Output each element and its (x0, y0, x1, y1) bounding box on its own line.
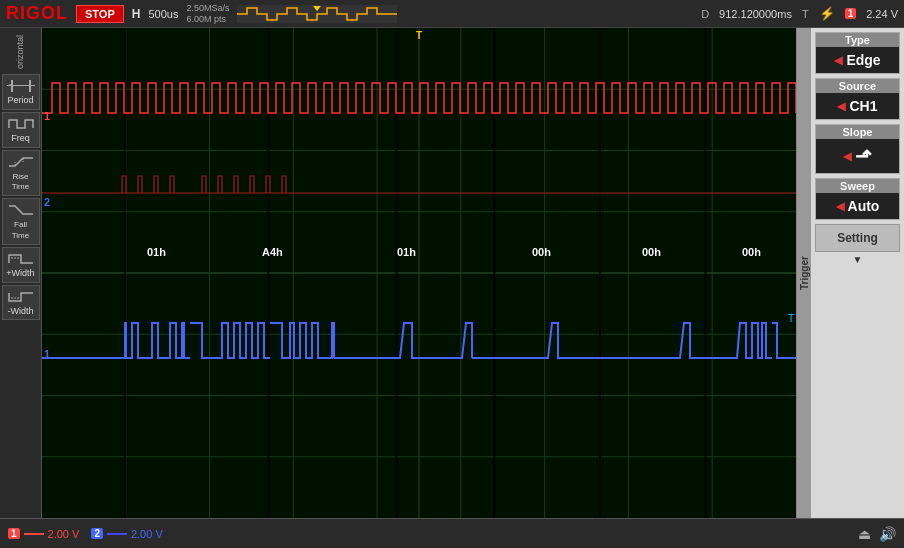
timebase-value[interactable]: 500us (148, 8, 178, 20)
sweep-value-row[interactable]: ◀ Auto (816, 193, 899, 219)
topbar-right: D 912.120000ms T ⚡ 1 2.24 V (701, 6, 898, 21)
topbar: RIGOL STOP H 500us 2.50MSa/s 6.00M pts D… (0, 0, 904, 28)
timebase-label: H (132, 7, 141, 21)
ch1-indicator: 1 2.00 V (8, 528, 79, 540)
sample-rate: 2.50MSa/s (186, 3, 229, 14)
source-value: CH1 (849, 98, 877, 114)
pos-width-button[interactable]: +Width (2, 247, 40, 283)
neg-width-button[interactable]: -Width (2, 285, 40, 321)
waveform-preview (237, 5, 397, 23)
slope-title: Slope (816, 125, 899, 139)
ch1-trigger-label: 1 (845, 8, 857, 19)
points: 6.00M pts (186, 14, 229, 25)
hex-label-2: 01h (397, 246, 416, 258)
rise-time-button[interactable]: Rise Time (2, 150, 40, 197)
right-panel: Trigger Type ◀ Edge Source ◀ CH1 Slope (796, 28, 904, 518)
trigger-t-label: T (802, 8, 809, 20)
hex-label-4: 00h (642, 246, 661, 258)
trigger-position-marker: T (416, 30, 422, 41)
ch1-voltage-status: 2.00 V (48, 528, 80, 540)
source-title: Source (816, 79, 899, 93)
ch2-waveform (42, 28, 796, 518)
source-left-arrow[interactable]: ◀ (837, 100, 845, 113)
ch1-status-label: 1 (8, 528, 20, 539)
ch2-ref-label: 1 (44, 348, 50, 360)
logo: RIGOL (6, 3, 68, 24)
main-area: orizontal Period Freq Rise Time Fall Tim… (0, 28, 904, 518)
slope-left-arrow[interactable]: ◀ (843, 150, 851, 163)
trigger-vertical-label: Trigger (797, 28, 811, 518)
sweep-left-arrow[interactable]: ◀ (836, 200, 844, 213)
ch2-indicator: 2 2.00 V (91, 528, 162, 540)
right-panel-content: Type ◀ Edge Source ◀ CH1 Slope ◀ ⬏ (811, 28, 904, 518)
source-section: Source ◀ CH1 (815, 78, 900, 120)
slope-value-row[interactable]: ◀ ⬏ (816, 139, 899, 173)
freq-button[interactable]: Freq (2, 112, 40, 148)
audio-icon: 🔊 (879, 526, 896, 542)
hex-label-1: A4h (262, 246, 283, 258)
stop-button[interactable]: STOP (76, 5, 124, 23)
type-section: Type ◀ Edge (815, 32, 900, 74)
sweep-section: Sweep ◀ Auto (815, 178, 900, 220)
type-left-arrow[interactable]: ◀ (834, 54, 842, 67)
usb-icon: ⏏ (858, 526, 871, 542)
fall-time-button[interactable]: Fall Time (2, 198, 40, 245)
trigger-flash-icon: ⚡ (819, 6, 835, 21)
type-title: Type (816, 33, 899, 47)
ch2-label: 2 (44, 196, 50, 208)
type-value-row[interactable]: ◀ Edge (816, 47, 899, 73)
hex-label-5: 00h (742, 246, 761, 258)
delay-value: 912.120000ms (719, 8, 792, 20)
hex-label-0: 01h (147, 246, 166, 258)
svg-rect-3 (11, 80, 13, 92)
left-sidebar: orizontal Period Freq Rise Time Fall Tim… (0, 28, 42, 518)
sweep-value: Auto (848, 198, 880, 214)
status-right: ⏏ 🔊 (858, 526, 896, 542)
ch1-label: 1 (44, 110, 50, 122)
hex-label-3: 00h (532, 246, 551, 258)
trigger-voltage: 2.24 V (866, 8, 898, 20)
trigger-level-marker: T (788, 313, 794, 324)
slope-symbol: ⬏ (855, 144, 872, 168)
setting-dropdown-arrow: ▼ (815, 254, 900, 265)
statusbar: 1 2.00 V 2 2.00 V ⏏ 🔊 (0, 518, 904, 548)
ch2-status-line (107, 533, 127, 535)
svg-rect-4 (29, 80, 31, 92)
scope-screen[interactable]: T 1 2 1 T 01h A4h 01h 00h 00h 00h (42, 28, 796, 518)
slope-section: Slope ◀ ⬏ (815, 124, 900, 174)
period-button[interactable]: Period (2, 74, 40, 110)
source-value-row[interactable]: ◀ CH1 (816, 93, 899, 119)
ch2-voltage-status: 2.00 V (131, 528, 163, 540)
delay-label: D (701, 8, 709, 20)
setting-label: Setting (837, 231, 878, 245)
horizontal-label: orizontal (16, 32, 25, 72)
ch1-status-line (24, 533, 44, 535)
sweep-title: Sweep (816, 179, 899, 193)
type-value: Edge (846, 52, 880, 68)
ch2-status-label: 2 (91, 528, 103, 539)
setting-button[interactable]: Setting (815, 224, 900, 252)
